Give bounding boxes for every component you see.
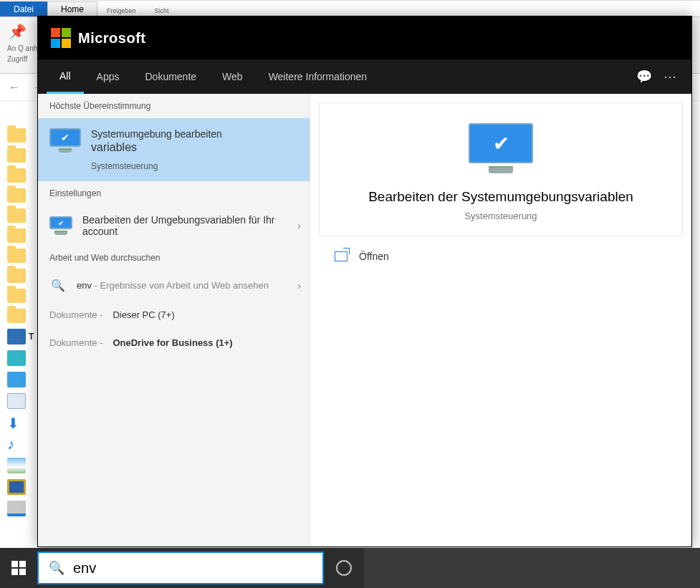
open-label: Öffnen	[359, 251, 389, 262]
sidebar-drive[interactable]	[7, 501, 37, 516]
feedback-icon[interactable]: 💬	[631, 69, 657, 85]
ms-brand-header: Microsoft	[38, 16, 691, 59]
web-search-dash: -	[92, 280, 100, 291]
sidebar-folder[interactable]	[7, 289, 37, 303]
ribbon-tab-view[interactable]: Sicht	[145, 4, 178, 16]
sidebar-folder[interactable]	[7, 128, 37, 143]
explorer-sidebar: T ⬇ ♪	[7, 128, 37, 545]
best-match-line1: Systemumgebung bearbeiten	[91, 128, 222, 140]
detail-subtitle: Systemsteuerung	[464, 211, 537, 221]
web-search-row[interactable]: 🔍 env - Ergebnisse von Arbeit und Web an…	[38, 270, 310, 301]
search-filter-bar: All Apps Dokumente Web Weitere Informati…	[38, 59, 691, 94]
settings-row-line1: Bearbeiten der Umgebungsvariablen für Ih…	[82, 214, 275, 226]
pin-icon[interactable]: 📌	[7, 21, 27, 42]
sidebar-folder[interactable]	[7, 168, 37, 183]
section-settings-label: Einstellungen	[38, 181, 310, 206]
search-icon: 🔍	[49, 560, 64, 576]
sidebar-videos[interactable]	[7, 479, 37, 495]
chevron-right-icon: ›	[297, 280, 301, 291]
documents-onedrive-row[interactable]: Dokumente - OneDrive for Business (1+)	[38, 329, 310, 357]
detail-title: Bearbeiten der Systemumgebungsvariablen	[368, 189, 633, 205]
search-detail-column: ✔ Bearbeiten der Systemumgebungsvariable…	[310, 94, 691, 546]
windows-logo-icon	[11, 561, 26, 575]
ribbon-tab-share[interactable]: Freigeben	[97, 4, 145, 16]
search-icon: 🔍	[49, 279, 67, 292]
search-results-column: Höchste Übereinstimmung ✔ Systemumgebung…	[38, 94, 310, 546]
microsoft-logo-icon	[51, 28, 71, 48]
filter-tab-web[interactable]: Web	[209, 59, 256, 94]
open-action[interactable]: Öffnen	[319, 236, 683, 276]
doc-row-label: Dokumente -	[49, 309, 102, 320]
sidebar-folder[interactable]	[7, 309, 37, 323]
ribbon-tab-home[interactable]: Home	[47, 1, 97, 16]
sidebar-folder[interactable]	[7, 188, 37, 203]
sidebar-folder[interactable]	[7, 249, 37, 263]
doc-row-value: OneDrive for Business (1+)	[112, 337, 232, 348]
sidebar-3d-objects[interactable]	[7, 350, 37, 366]
sidebar-this-pc[interactable]: T	[7, 329, 37, 344]
sidebar-folder[interactable]	[7, 208, 37, 223]
sidebar-folder[interactable]	[7, 148, 37, 163]
sidebar-folder[interactable]	[7, 228, 37, 243]
microsoft-brand-label: Microsoft	[78, 30, 146, 47]
sidebar-folder[interactable]	[7, 269, 37, 283]
settings-result-row[interactable]: ✔ Bearbeiten der Umgebungsvariablen für …	[38, 206, 310, 246]
section-best-match-label: Höchste Übereinstimmung	[38, 94, 310, 118]
doc-row-label: Dokumente -	[49, 337, 102, 348]
detail-card: ✔ Bearbeiten der Systemumgebungsvariable…	[319, 102, 683, 236]
more-options-icon[interactable]: ⋯	[657, 69, 683, 85]
start-button[interactable]	[0, 548, 37, 588]
web-search-hint: Ergebnisse von Arbeit und Web ansehen	[100, 280, 269, 291]
best-match-line2: variables	[91, 141, 222, 154]
documents-this-pc-row[interactable]: Dokumente - Dieser PC (7+)	[38, 301, 310, 329]
cortana-button[interactable]	[324, 548, 364, 588]
best-match-result[interactable]: ✔ Systemumgebung bearbeiten variables Sy…	[38, 118, 310, 181]
web-search-query: env	[77, 280, 92, 291]
filter-tab-all[interactable]: All	[47, 59, 84, 94]
ribbon-tab-file[interactable]: Datei	[0, 1, 47, 16]
section-work-web-label: Arbeit und Web durchsuchen	[38, 246, 310, 270]
windows-search-overlay: Microsoft All Apps Dokumente Web Weitere…	[37, 16, 692, 547]
cortana-icon	[336, 560, 352, 576]
system-settings-icon: ✔	[469, 123, 533, 173]
chevron-right-icon: ›	[297, 220, 301, 231]
taskbar-search-input[interactable]	[73, 560, 312, 577]
filter-tab-more[interactable]: Weitere Informationen	[256, 59, 380, 94]
sidebar-downloads[interactable]: ⬇	[7, 415, 37, 430]
system-settings-icon: ✔	[49, 216, 72, 235]
nav-back-icon[interactable]: ←	[7, 81, 21, 94]
taskbar-search-box[interactable]: 🔍	[37, 551, 324, 584]
sidebar-pictures[interactable]	[7, 458, 37, 473]
taskbar: 🔍	[0, 548, 700, 588]
sidebar-music[interactable]: ♪	[7, 436, 37, 452]
doc-row-value: Dieser PC (7+)	[112, 309, 174, 320]
settings-row-line2: account	[82, 226, 275, 237]
filter-tab-documents[interactable]: Dokumente	[132, 59, 209, 94]
taskbar-rest	[364, 548, 700, 588]
system-settings-icon: ✔	[49, 128, 81, 153]
ribbon-tabs: Datei Home Freigeben Sicht	[0, 1, 700, 16]
best-match-sub: Systemsteuerung	[91, 161, 222, 171]
open-icon	[335, 251, 347, 261]
pin-sublabel: Zugriff	[7, 55, 27, 63]
sidebar-desktop[interactable]	[7, 372, 37, 387]
filter-tab-apps[interactable]: Apps	[84, 59, 133, 94]
sidebar-documents[interactable]	[7, 393, 37, 409]
